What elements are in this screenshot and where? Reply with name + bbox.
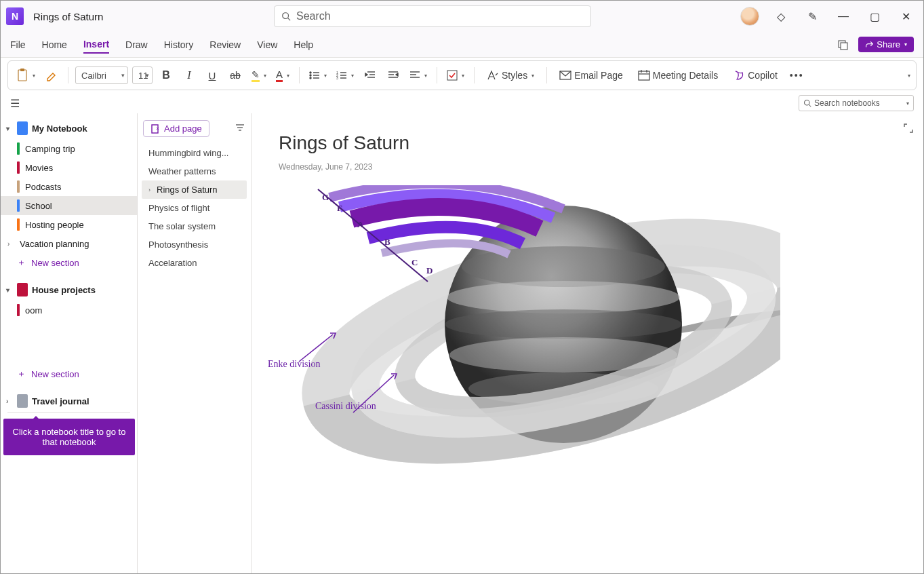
svg-line-34 — [809, 104, 811, 107]
ribbon-expand-icon[interactable]: ▾ — [908, 73, 910, 79]
open-in-window-icon[interactable] — [834, 36, 851, 54]
notebook-name: Travel journal — [32, 396, 89, 406]
svg-rect-4 — [18, 70, 26, 81]
align-button[interactable]: ▾ — [407, 65, 430, 85]
menu-insert[interactable]: Insert — [83, 36, 109, 54]
notebook-header-house-projects[interactable]: ▾ House projects — [1, 279, 137, 301]
section-label: School — [25, 201, 52, 211]
section-vacation-planning[interactable]: ›Vacation planning — [1, 234, 137, 253]
page-canvas[interactable]: Rings of Saturn Wednesday, June 7, 2023 — [252, 113, 923, 574]
section-podcasts[interactable]: Podcasts — [1, 177, 137, 196]
svg-point-33 — [805, 100, 810, 106]
page-list-sidebar: Add page Hummingbird wing... Weather pat… — [138, 113, 252, 574]
page-hummingbird[interactable]: Hummingbird wing... — [142, 144, 247, 162]
font-name-select[interactable]: Cailbri — [75, 66, 128, 84]
fullscreen-button[interactable] — [903, 123, 914, 136]
share-button[interactable]: Share ▾ — [858, 37, 914, 52]
ring-label-g: G — [322, 192, 329, 203]
plus-icon: ＋ — [17, 368, 26, 380]
section-label: oom — [25, 305, 42, 315]
menu-help[interactable]: Help — [294, 37, 313, 53]
search-notebooks-placeholder: Search notebooks — [814, 98, 880, 108]
page-title[interactable]: Rings of Saturn — [279, 132, 896, 154]
search-placeholder: Search — [296, 10, 331, 22]
more-button[interactable]: ••• — [787, 65, 807, 85]
share-label: Share — [877, 39, 900, 50]
menu-home[interactable]: Home — [42, 37, 67, 53]
search-bar[interactable]: Search — [274, 5, 591, 27]
bullet-list-button[interactable]: ▾ — [306, 65, 329, 85]
diamond-icon[interactable]: ◇ — [771, 7, 790, 26]
hamburger-icon[interactable]: ☰ — [10, 97, 20, 110]
sort-button[interactable] — [235, 123, 245, 135]
new-section-label: New section — [31, 258, 79, 268]
email-page-button[interactable]: Email Page — [554, 65, 628, 85]
svg-rect-3 — [841, 43, 847, 50]
page-label: Rings of Saturn — [157, 185, 218, 195]
add-page-label: Add page — [164, 123, 202, 134]
add-page-icon — [150, 124, 160, 134]
notebook-header-travel-journal[interactable]: › Travel journal — [1, 390, 137, 412]
menu-file[interactable]: File — [10, 37, 26, 53]
meeting-details-button[interactable]: Meeting Details — [632, 65, 724, 85]
styles-button[interactable]: Styles▾ — [481, 65, 540, 85]
chevron-down-icon: ▾ — [6, 125, 13, 132]
outdent-button[interactable] — [361, 65, 380, 85]
chevron-right-icon: › — [7, 240, 14, 248]
underline-button[interactable]: U — [203, 65, 222, 85]
paste-button[interactable]: ▾ — [14, 65, 38, 85]
section-hosting-people[interactable]: Hosting people — [1, 215, 137, 234]
copilot-button[interactable]: Copilot — [727, 65, 783, 85]
plus-icon: ＋ — [17, 256, 26, 269]
tooltip-callout: Click a notebook title to go to that not… — [3, 419, 135, 455]
italic-button[interactable]: I — [180, 65, 199, 85]
font-size-select[interactable]: 11 — [132, 66, 153, 84]
menu-review[interactable]: Review — [209, 37, 241, 53]
indent-button[interactable] — [384, 65, 403, 85]
chevron-down-icon: ▾ — [6, 286, 13, 294]
new-section-button[interactable]: ＋New section — [1, 253, 137, 272]
copilot-label: Copilot — [748, 70, 778, 81]
maximize-button[interactable]: ▢ — [865, 7, 884, 26]
section-label: Movies — [25, 163, 53, 173]
menu-history[interactable]: History — [164, 37, 194, 53]
page-accelaration[interactable]: Accelaration — [142, 254, 247, 272]
section-camping-trip[interactable]: Camping trip — [1, 139, 137, 158]
svg-point-47 — [445, 309, 682, 339]
section-school[interactable]: School — [1, 196, 137, 215]
section-movies[interactable]: Movies — [1, 158, 137, 177]
page-label: Weather patterns — [148, 166, 216, 176]
user-avatar[interactable] — [740, 7, 759, 26]
add-page-button[interactable]: Add page — [143, 120, 209, 137]
font-size-value: 11 — [138, 71, 148, 81]
minimize-button[interactable]: — — [834, 7, 853, 26]
page-weather-patterns[interactable]: Weather patterns — [142, 162, 247, 180]
format-painter-button[interactable] — [42, 65, 61, 85]
menu-view[interactable]: View — [257, 37, 277, 53]
svg-line-1 — [288, 18, 291, 21]
ribbon: ▾ Cailbri 11 B I U ab ✎▾ A▾ ▾ 123▾ ▾ ▾ S… — [7, 60, 917, 90]
bold-button[interactable]: B — [157, 65, 176, 85]
page-solar-system[interactable]: The solar system — [142, 217, 247, 235]
ring-label-c: C — [411, 257, 418, 268]
todo-tag-button[interactable]: ▾ — [444, 65, 467, 85]
section-oom[interactable]: oom — [1, 301, 137, 320]
notebook-header-my-notebook[interactable]: ▾ My Notebook — [1, 117, 137, 139]
share-icon — [865, 40, 874, 49]
highlight-button[interactable]: ✎▾ — [249, 65, 269, 85]
strikethrough-button[interactable]: ab — [226, 65, 245, 85]
page-label: Hummingbird wing... — [148, 148, 229, 158]
page-photosynthesis[interactable]: Photosynthesis — [142, 235, 247, 254]
page-rings-of-saturn[interactable]: ›Rings of Saturn — [142, 180, 247, 199]
ring-label-a: A — [357, 219, 363, 230]
new-section-button[interactable]: ＋New section — [1, 364, 137, 383]
numbered-list-button[interactable]: 123▾ — [334, 65, 357, 85]
font-color-button[interactable]: A▾ — [273, 65, 292, 85]
pen-icon[interactable]: ✎ — [803, 7, 822, 26]
menu-draw[interactable]: Draw — [125, 37, 148, 53]
page-physics-of-flight[interactable]: Physics of flight — [142, 199, 247, 217]
page-label: The solar system — [148, 221, 216, 231]
search-notebooks-input[interactable]: Search notebooks ▾ — [799, 95, 914, 111]
close-button[interactable]: ✕ — [896, 7, 915, 26]
titlebar: N Rings of Saturn Search ◇ ✎ — ▢ ✕ — [1, 1, 923, 32]
